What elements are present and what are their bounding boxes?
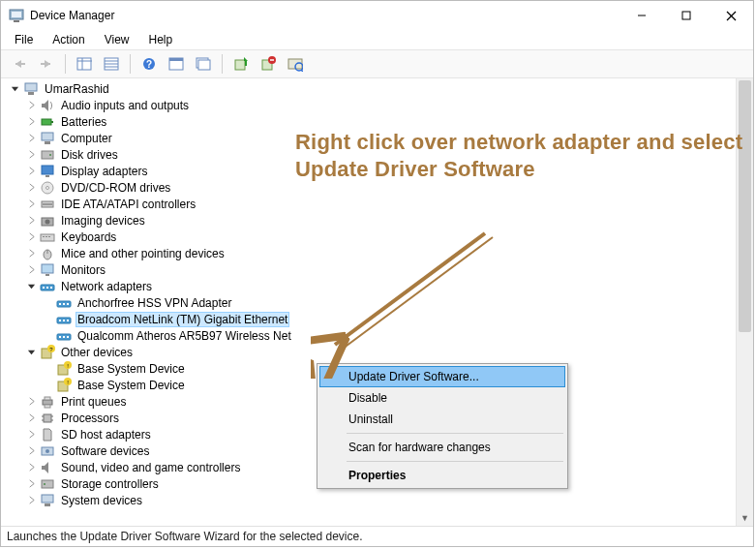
tree-item-batteries[interactable]: Batteries xyxy=(3,113,736,130)
svg-rect-59 xyxy=(59,303,61,305)
chevron-right-icon[interactable] xyxy=(23,410,40,426)
close-button[interactable] xyxy=(709,1,753,30)
tree-label: Keyboards xyxy=(59,230,118,244)
tree-item-audio[interactable]: Audio inputs and outputs xyxy=(3,97,736,113)
scrollbar-thumb[interactable] xyxy=(739,80,751,332)
context-update-driver[interactable]: Update Driver Software... xyxy=(319,366,565,387)
svg-rect-2 xyxy=(14,20,19,22)
scroll-down-icon[interactable]: ▼ xyxy=(737,509,753,526)
update-driver-button[interactable] xyxy=(228,52,254,76)
display-icon xyxy=(40,164,55,179)
svg-rect-63 xyxy=(59,320,61,321)
details-button[interactable] xyxy=(99,52,124,76)
svg-rect-32 xyxy=(42,119,51,125)
chevron-right-icon[interactable] xyxy=(23,459,40,475)
tree-item-system-devices[interactable]: System devices xyxy=(3,492,736,508)
scan-hardware-button[interactable] xyxy=(283,52,308,76)
svg-rect-34 xyxy=(42,133,53,140)
chevron-right-icon[interactable] xyxy=(23,212,40,229)
tree-label: Broadcom NetLink (TM) Gigabit Ethernet xyxy=(76,312,289,327)
window-controls xyxy=(620,1,753,30)
back-button[interactable] xyxy=(7,52,32,76)
svg-rect-1 xyxy=(12,12,21,17)
chevron-right-icon[interactable] xyxy=(23,163,40,179)
forward-button[interactable] xyxy=(34,52,59,76)
svg-rect-81 xyxy=(45,405,50,408)
tree-item-keyboards[interactable]: Keyboards xyxy=(3,229,736,245)
tree-label: SD host adapters xyxy=(59,428,153,442)
unknown-device-icon: ? xyxy=(40,345,55,360)
tree-item-monitors[interactable]: Monitors xyxy=(3,261,736,278)
chevron-down-icon[interactable] xyxy=(7,80,23,97)
chevron-right-icon[interactable] xyxy=(23,245,40,261)
chevron-down-icon[interactable] xyxy=(23,344,40,360)
chevron-right-icon[interactable] xyxy=(23,442,40,459)
show-hide-tree-button[interactable] xyxy=(72,52,97,76)
tree-item-other-devices[interactable]: ?Other devices xyxy=(3,344,736,360)
chevron-right-icon[interactable] xyxy=(23,492,40,508)
menu-view[interactable]: View xyxy=(95,31,139,48)
maximize-button[interactable] xyxy=(664,1,709,30)
tree-label: Disk drives xyxy=(59,148,120,162)
context-disable[interactable]: Disable xyxy=(319,387,565,409)
menu-file[interactable]: File xyxy=(5,31,43,48)
tree-label: Base System Device xyxy=(76,362,187,376)
tree-item-adapter-selected[interactable]: Broadcom NetLink (TM) Gigabit Ethernet xyxy=(3,311,736,327)
svg-rect-35 xyxy=(45,141,50,144)
tree-item-mice[interactable]: Mice and other pointing devices xyxy=(3,245,736,261)
tree-label: Sound, video and game controllers xyxy=(59,461,242,474)
chevron-right-icon[interactable] xyxy=(23,261,40,278)
tree-label: Mice and other pointing devices xyxy=(59,247,227,260)
context-scan[interactable]: Scan for hardware changes xyxy=(319,437,565,458)
tree-item-imaging[interactable]: Imaging devices xyxy=(3,212,736,229)
minimize-button[interactable] xyxy=(620,1,664,30)
keyboard-icon xyxy=(40,229,55,245)
tree-label: Qualcomm Atheros AR5B97 Wireless Net xyxy=(76,329,293,343)
disc-icon xyxy=(40,180,55,196)
chevron-right-icon[interactable] xyxy=(23,393,40,410)
toolbar-separator xyxy=(222,54,223,74)
chevron-right-icon[interactable] xyxy=(23,146,40,163)
chevron-right-icon[interactable] xyxy=(23,130,40,146)
tree-label: DVD/CD-ROM drives xyxy=(59,181,172,195)
toolbar-separator xyxy=(130,54,131,74)
tree-label: Processors xyxy=(59,412,121,425)
svg-line-29 xyxy=(301,70,303,72)
chevron-right-icon[interactable] xyxy=(23,113,40,130)
help-button[interactable]: ? xyxy=(136,52,162,76)
chevron-right-icon[interactable] xyxy=(23,229,40,245)
menu-action[interactable]: Action xyxy=(43,31,94,48)
properties-button[interactable] xyxy=(164,52,189,76)
menu-help[interactable]: Help xyxy=(139,31,183,48)
tree-item-adapter[interactable]: Anchorfree HSS VPN Adapter xyxy=(3,294,736,311)
tree-item-adapter[interactable]: Qualcomm Atheros AR5B97 Wireless Net xyxy=(3,327,736,344)
chevron-right-icon[interactable] xyxy=(23,475,40,492)
context-properties[interactable]: Properties xyxy=(319,465,565,486)
svg-point-45 xyxy=(45,219,50,224)
tree-item-ide[interactable]: IDE ATA/ATAPI controllers xyxy=(3,196,736,212)
uninstall-button[interactable] xyxy=(256,52,281,76)
svg-rect-91 xyxy=(42,495,53,503)
tree-root[interactable]: UmarRashid xyxy=(3,80,736,97)
svg-point-41 xyxy=(46,186,49,189)
mouse-icon xyxy=(40,246,55,261)
chevron-right-icon[interactable] xyxy=(23,196,40,212)
svg-rect-82 xyxy=(44,414,51,422)
svg-rect-52 xyxy=(42,264,53,273)
action-button[interactable] xyxy=(191,52,216,76)
tree-label: Computer xyxy=(59,132,114,145)
svg-rect-55 xyxy=(43,287,45,289)
titlebar: Device Manager xyxy=(1,1,753,30)
svg-rect-4 xyxy=(682,12,690,19)
tree-item-network-adapters[interactable]: Network adapters xyxy=(3,278,736,294)
chevron-down-icon[interactable] xyxy=(23,278,40,294)
svg-rect-57 xyxy=(50,287,52,289)
svg-rect-69 xyxy=(67,336,69,338)
tree-label: Base System Device xyxy=(76,379,187,392)
tree-label: Other devices xyxy=(59,346,135,359)
chevron-right-icon[interactable] xyxy=(23,97,40,113)
chevron-right-icon[interactable] xyxy=(23,426,40,442)
context-uninstall[interactable]: Uninstall xyxy=(319,409,565,430)
tree-label: UmarRashid xyxy=(43,82,111,96)
chevron-right-icon[interactable] xyxy=(23,179,40,196)
